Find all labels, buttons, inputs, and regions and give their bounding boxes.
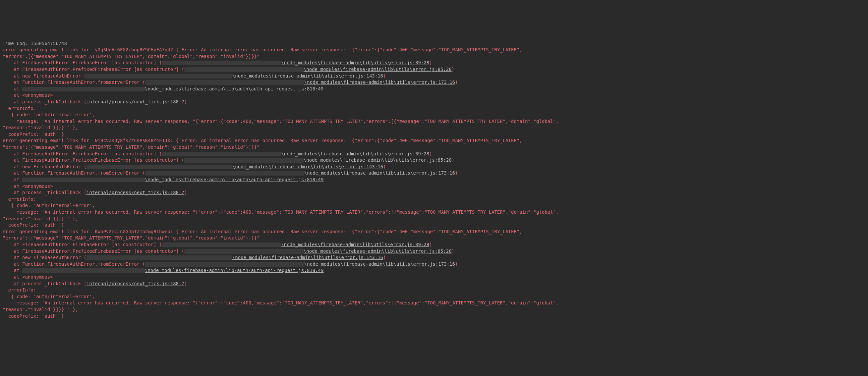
error-header-line-1: error generating email link for yDgSUqAc… xyxy=(3,47,522,52)
file-link[interactable]: internal/process/next_tick.js:188:7 xyxy=(87,281,184,286)
file-link[interactable]: \node_modules\firebase-admin\lib\utils\e… xyxy=(304,170,455,176)
error-info-4: "reason":"invalid"}]}}"' }, xyxy=(3,125,78,130)
redacted-path xyxy=(145,80,304,85)
stack-frame-7: at process._tickCallback (internal/proce… xyxy=(3,99,187,104)
redacted-path xyxy=(22,268,145,273)
file-link[interactable]: \node_modules\firebase-admin\lib\auth\au… xyxy=(145,177,323,182)
file-link[interactable]: \node_modules\firebase-admin\lib\utils\e… xyxy=(304,80,455,85)
error-info-5: codePrefix: 'auth' } xyxy=(3,313,64,319)
file-link[interactable]: \node_modules\firebase-admin\lib\utils\e… xyxy=(304,157,452,163)
stack-frame-4: at Function.FirebaseAuthError.fromServer… xyxy=(3,170,458,176)
error-blocks: error generating email link for yDgSUqAc… xyxy=(3,47,865,319)
error-info-3: message: 'An internal error has occurred… xyxy=(3,119,558,124)
redacted-path xyxy=(184,249,304,254)
stack-frame-5: at \node_modules\firebase-admin\lib\auth… xyxy=(3,177,323,182)
error-info-5: codePrefix: 'auth' } xyxy=(3,222,64,227)
file-link[interactable]: internal/process/next_tick.js:188:7 xyxy=(87,190,184,195)
file-link[interactable]: \node_modules\firebase-admin\lib\utils\e… xyxy=(304,261,455,267)
error-info-4: "reason":"invalid"}]}}"' }, xyxy=(3,307,78,312)
error-info-3: message: 'An internal error has occurred… xyxy=(3,300,558,306)
redacted-path xyxy=(162,61,281,65)
redacted-path xyxy=(145,171,304,176)
error-header-line-2: "errors":[{"message":"TOO_MANY_ATTEMPTS_… xyxy=(3,145,259,150)
error-info-5: codePrefix: 'auth' } xyxy=(3,131,64,137)
redacted-path xyxy=(87,255,232,260)
error-info-1: errorInfo: xyxy=(3,287,36,292)
error-info-3: message: 'An internal error has occurred… xyxy=(3,209,558,215)
redacted-path xyxy=(87,74,232,79)
file-link[interactable]: \node_modules\firebase-admin\lib\utils\e… xyxy=(232,255,383,260)
timelog-line: Time Log: 1550564756748 xyxy=(3,41,67,46)
redacted-path xyxy=(184,158,304,163)
stack-frame-2: at FirebaseAuthError.PrefixedFirebaseErr… xyxy=(3,248,454,254)
error-info-4: "reason":"invalid"}]}}"' }, xyxy=(3,216,78,221)
file-link[interactable]: internal/process/next_tick.js:188:7 xyxy=(87,99,184,104)
stack-frame-1: at FirebaseAuthError.FirebaseError [as c… xyxy=(3,151,432,156)
stack-frame-1: at FirebaseAuthError.FirebaseError [as c… xyxy=(3,242,432,247)
redacted-path xyxy=(184,67,304,72)
error-header-line-1: error generating email link for NjHcVZKD… xyxy=(3,138,522,143)
file-link[interactable]: \node_modules\firebase-admin\lib\utils\e… xyxy=(232,164,383,169)
stack-frame-4: at Function.FirebaseAuthError.fromserver… xyxy=(3,80,458,85)
timelog-value: 1550564756748 xyxy=(30,41,67,46)
error-header-line-2: "errors":[{"message":"TOO_MANY_ATTEMPTS_… xyxy=(3,235,259,241)
redacted-path xyxy=(22,87,145,91)
stack-frame-3: at new FirebaseAuthError (\node_modules\… xyxy=(3,255,386,260)
stack-frame-4: at Function.FirebaseAuthError.fromServer… xyxy=(3,261,458,267)
error-header-line-2: "errors":[{"message":"TOO_MANY_ATTEMPTS_… xyxy=(3,54,259,59)
timelog-label: Time Log: xyxy=(3,41,28,46)
error-info-2: { code: 'auth/internal-error', xyxy=(3,112,95,117)
error-info-2: { code: 'auth/internal-error', xyxy=(3,203,95,208)
stack-frame-3: at new FirebaseAuthError (\node_modules\… xyxy=(3,73,386,79)
stack-frame-2: at FirebaseAuthError.PrefixedFirebaseErr… xyxy=(3,157,454,163)
stack-frame-6: at <anonymous> xyxy=(3,184,53,189)
file-link[interactable]: \node_modules\firebase-admin\lib\utils\e… xyxy=(281,242,429,247)
file-link[interactable]: \node_modules\firebase-admin\lib\auth\au… xyxy=(145,268,323,273)
redacted-path xyxy=(162,243,281,247)
stack-frame-7: at process._tickCallback (internal/proce… xyxy=(3,281,187,286)
stack-frame-2: at FirebaseAuthError.PrefixedFirebaseErr… xyxy=(3,67,454,72)
file-link[interactable]: \node_modules\firebase-admin\lib\utils\e… xyxy=(281,151,429,156)
redacted-path xyxy=(87,165,232,169)
redacted-path xyxy=(145,262,304,267)
stack-frame-6: at <anonymous> xyxy=(3,274,53,280)
redacted-path xyxy=(162,152,281,156)
redacted-path xyxy=(22,178,145,182)
stack-frame-5: at \node_modules\firebase-admin\lib\auth… xyxy=(3,86,323,91)
file-link[interactable]: \node_modules\firebase-admin\lib\utils\e… xyxy=(281,60,429,65)
file-link[interactable]: \node_modules\firebase-admin\lib\auth\au… xyxy=(145,86,323,91)
file-link[interactable]: \node_modules\firebase-admin\lib\utils\e… xyxy=(304,67,452,72)
console-log: Time Log: 1550564756748 error generating… xyxy=(0,32,868,333)
error-info-2: { code: 'auth/internal-error', xyxy=(3,294,95,299)
stack-frame-7: at process._tickCallback (internal/proce… xyxy=(3,190,187,195)
file-link[interactable]: \node_modules\firebase-admin\lib\utils\e… xyxy=(232,73,383,79)
stack-frame-5: at \node_modules\firebase-admin\lib\auth… xyxy=(3,268,323,273)
error-info-1: errorInfo: xyxy=(3,106,36,111)
stack-frame-6: at <anonymous> xyxy=(3,92,53,98)
stack-frame-1: at FirebaseAuthError.FirebaseError [as c… xyxy=(3,60,432,65)
stack-frame-3: at new FirebaseAuthError (\node_modules\… xyxy=(3,164,386,169)
error-header-line-1: error generating email link for KWoPv2ec… xyxy=(3,229,522,234)
error-info-1: errorInfo: xyxy=(3,196,36,202)
file-link[interactable]: \node_modules\firebase-admin\lib\utils\e… xyxy=(304,248,452,254)
